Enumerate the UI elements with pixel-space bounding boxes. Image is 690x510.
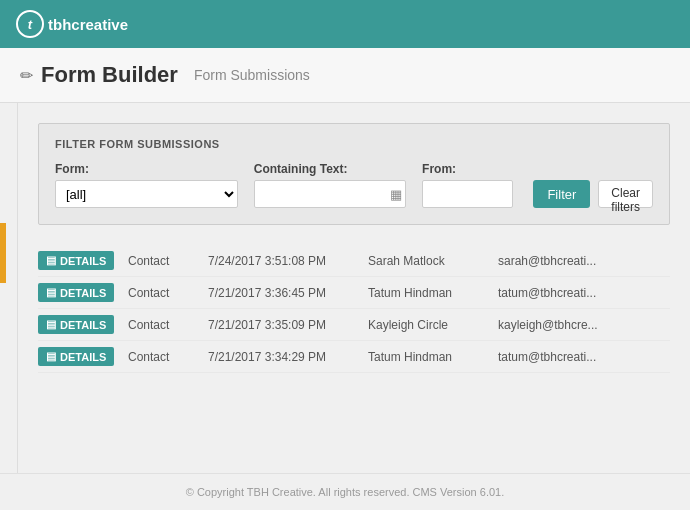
filter-button[interactable]: Filter [533,180,590,208]
details-label: DETAILS [60,319,106,331]
text-input-wrapper: ▦ [254,180,406,208]
form-label: Form: [55,162,238,176]
table-row: ▤ DETAILS Contact 7/21/2017 3:34:29 PM T… [38,341,670,373]
sidebar-yellow-bar [0,223,6,283]
logo: t tbhcreative [16,10,128,38]
details-cell: ▤ DETAILS [38,251,128,270]
date-cell: 7/21/2017 3:34:29 PM [208,350,368,364]
date-cell: 7/24/2017 3:51:08 PM [208,254,368,268]
details-icon: ▤ [46,254,56,267]
details-cell: ▤ DETAILS [38,315,128,334]
details-cell: ▤ DETAILS [38,347,128,366]
footer: © Copyright TBH Creative. All rights res… [0,473,690,510]
sidebar-accent [0,103,18,510]
from-input[interactable] [422,180,513,208]
filter-row: Form: [all] Containing Text: ▦ From: [55,162,653,208]
logo-icon: t [16,10,44,38]
form-field-group: Form: [all] [55,162,238,208]
name-cell: Kayleigh Circle [368,318,498,332]
details-label: DETAILS [60,287,106,299]
form-cell: Contact [128,254,208,268]
date-cell: 7/21/2017 3:36:45 PM [208,286,368,300]
email-cell: tatum@tbhcreati... [498,350,670,364]
text-field-group: Containing Text: ▦ [254,162,406,208]
content-area: FILTER FORM SUBMISSIONS Form: [all] Cont… [18,103,690,510]
page-title: Form Builder [41,62,178,88]
table-row: ▤ DETAILS Contact 7/21/2017 3:36:45 PM T… [38,277,670,309]
name-cell: Tatum Hindman [368,350,498,364]
email-cell: tatum@tbhcreati... [498,286,670,300]
details-button[interactable]: ▤ DETAILS [38,283,114,302]
clear-filters-button[interactable]: Clear filters [598,180,653,208]
text-label: Containing Text: [254,162,406,176]
filter-title: FILTER FORM SUBMISSIONS [55,138,653,150]
text-input[interactable] [254,180,406,208]
filter-actions: Filter Clear filters [533,180,653,208]
filter-box: FILTER FORM SUBMISSIONS Form: [all] Cont… [38,123,670,225]
top-header: t tbhcreative [0,0,690,48]
details-icon: ▤ [46,318,56,331]
name-cell: Sarah Matlock [368,254,498,268]
details-icon: ▤ [46,350,56,363]
details-label: DETAILS [60,255,106,267]
details-icon: ▤ [46,286,56,299]
date-cell: 7/21/2017 3:35:09 PM [208,318,368,332]
name-cell: Tatum Hindman [368,286,498,300]
submissions-table: ▤ DETAILS Contact 7/24/2017 3:51:08 PM S… [38,245,670,373]
logo-label: tbhcreative [48,16,128,33]
form-select[interactable]: [all] [55,180,238,208]
breadcrumb-sub: Form Submissions [194,67,310,83]
email-cell: kayleigh@tbhcre... [498,318,670,332]
details-button[interactable]: ▤ DETAILS [38,315,114,334]
main-layout: FILTER FORM SUBMISSIONS Form: [all] Cont… [0,103,690,510]
form-cell: Contact [128,286,208,300]
details-label: DETAILS [60,351,106,363]
pencil-icon: ✏ [20,66,33,85]
footer-text: © Copyright TBH Creative. All rights res… [186,486,504,498]
form-cell: Contact [128,318,208,332]
details-button[interactable]: ▤ DETAILS [38,251,114,270]
details-cell: ▤ DETAILS [38,283,128,302]
details-button[interactable]: ▤ DETAILS [38,347,114,366]
breadcrumb: ✏ Form Builder Form Submissions [0,48,690,103]
from-field-group: From: [422,162,513,208]
table-row: ▤ DETAILS Contact 7/21/2017 3:35:09 PM K… [38,309,670,341]
from-label: From: [422,162,513,176]
table-row: ▤ DETAILS Contact 7/24/2017 3:51:08 PM S… [38,245,670,277]
form-cell: Contact [128,350,208,364]
email-cell: sarah@tbhcreati... [498,254,670,268]
